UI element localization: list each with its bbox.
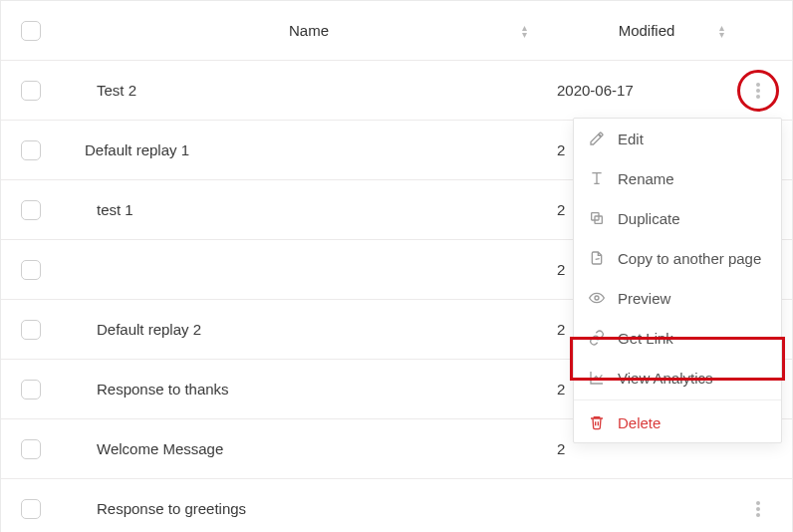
menu-rename-label: Rename [618, 170, 674, 187]
row-name: Test 2 [97, 82, 136, 99]
row-name: Response to thanks [97, 381, 229, 398]
eye-icon [588, 289, 606, 307]
row-checkbox[interactable] [21, 320, 41, 340]
row-name: Default replay 2 [97, 321, 201, 338]
copy-icon [588, 209, 606, 227]
sort-icon: ▴▾ [522, 24, 527, 38]
select-all-checkbox[interactable] [21, 21, 41, 41]
menu-analytics-label: View Analytics [618, 370, 713, 387]
menu-copy-page-label: Copy to another page [618, 250, 761, 267]
row-modified: 2 [557, 381, 565, 398]
menu-duplicate[interactable]: Duplicate [574, 198, 781, 238]
menu-duplicate-label: Duplicate [618, 210, 680, 227]
menu-preview[interactable]: Preview [574, 278, 781, 318]
table-header-row: Name ▴▾ Modified ▴▾ [1, 1, 792, 61]
menu-divider [574, 399, 781, 400]
row-name: test 1 [97, 201, 133, 218]
menu-edit-label: Edit [618, 131, 644, 147]
row-actions-button[interactable] [746, 79, 770, 103]
header-checkbox-cell [1, 21, 61, 41]
trash-icon [588, 413, 606, 431]
table-row: Test 2 2020-06-17 [1, 61, 792, 121]
row-modified: 2 [557, 440, 565, 457]
row-checkbox[interactable] [21, 81, 41, 101]
row-checkbox[interactable] [21, 260, 41, 280]
menu-rename[interactable]: Rename [574, 158, 781, 198]
link-icon [588, 329, 606, 347]
row-modified: 2020-06-17 [557, 82, 634, 99]
header-name-label: Name [289, 22, 329, 39]
menu-edit[interactable]: Edit [574, 119, 781, 158]
row-modified: 2 [557, 321, 565, 338]
menu-get-link-label: Get Link [618, 330, 673, 347]
header-modified[interactable]: Modified ▴▾ [557, 22, 736, 39]
menu-copy-page[interactable]: Copy to another page [574, 238, 781, 278]
sort-icon: ▴▾ [719, 24, 724, 38]
row-checkbox[interactable] [21, 200, 41, 220]
menu-analytics[interactable]: View Analytics [574, 358, 781, 398]
text-icon [588, 169, 606, 187]
row-checkbox[interactable] [21, 499, 41, 519]
row-name: Response to greetings [97, 500, 246, 517]
row-modified: 2 [557, 201, 565, 218]
row-actions-button[interactable] [746, 497, 770, 521]
row-name: Default replay 1 [65, 141, 189, 158]
header-modified-label: Modified [619, 22, 675, 39]
page-copy-icon [588, 249, 606, 267]
row-modified: 2 [557, 261, 565, 278]
row-name: Welcome Message [97, 440, 223, 457]
menu-get-link[interactable]: Get Link [574, 318, 781, 358]
row-checkbox[interactable] [21, 439, 41, 459]
row-checkbox[interactable] [21, 140, 41, 160]
kebab-highlight [737, 70, 779, 112]
menu-delete-label: Delete [618, 414, 661, 431]
chart-icon [588, 369, 606, 387]
svg-point-2 [595, 296, 599, 300]
header-name[interactable]: Name ▴▾ [61, 22, 557, 39]
row-context-menu: Edit Rename Duplicate Copy to another pa… [573, 118, 782, 443]
menu-preview-label: Preview [618, 290, 670, 307]
menu-delete[interactable]: Delete [574, 402, 781, 442]
row-checkbox[interactable] [21, 380, 41, 399]
row-modified: 2 [557, 141, 565, 158]
pencil-icon [588, 130, 606, 147]
table-row: Response to greetings [1, 479, 792, 532]
